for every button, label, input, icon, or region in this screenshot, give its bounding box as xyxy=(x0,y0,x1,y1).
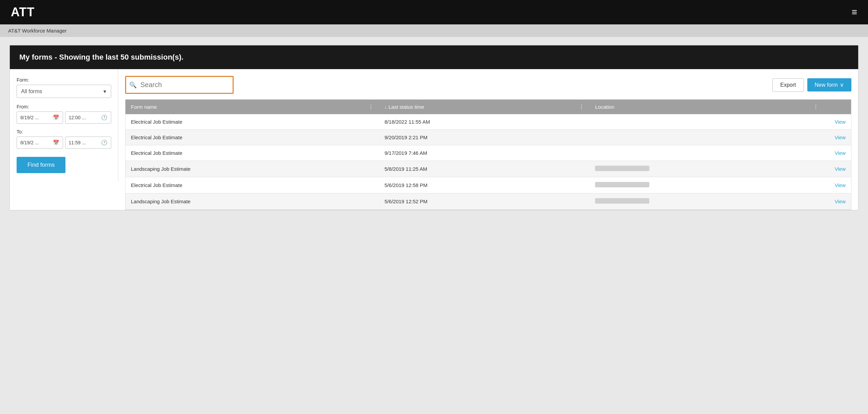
col-last-status[interactable]: ↓ Last status time ⋮ xyxy=(379,100,590,114)
last-status-cell: 5/8/2019 11:25 AM xyxy=(379,161,590,177)
from-label: From: xyxy=(17,104,111,109)
card-body: Form: All forms ▼ From: 8/19/2 ... 📅 12:… xyxy=(10,69,858,210)
search-box-wrapper: 🔍 xyxy=(125,76,234,94)
col-form-name[interactable]: Form name ⋮ xyxy=(125,100,379,114)
last-status-cell: 5/6/2019 12:58 PM xyxy=(379,177,590,193)
form-name-cell: Landscaping Job Estimate xyxy=(125,161,379,177)
calendar-icon-to[interactable]: 📅 xyxy=(53,140,59,146)
new-form-chevron-icon: ∨ xyxy=(840,82,844,88)
view-link[interactable]: View xyxy=(824,130,851,145)
location-cell xyxy=(590,177,824,193)
form-name-cell: Electrical Job Estimate xyxy=(125,130,379,145)
view-link[interactable]: View xyxy=(824,177,851,193)
location-cell xyxy=(590,130,824,145)
form-name-cell: Electrical Job Estimate xyxy=(125,114,379,130)
table-body: Electrical Job Estimate8/18/2022 11:55 A… xyxy=(125,114,851,210)
right-panel-top: 🔍 Export New form ∨ xyxy=(125,76,851,94)
right-panel: 🔍 Export New form ∨ xyxy=(118,69,858,210)
location-cell xyxy=(590,193,824,210)
to-time-text: 11:59 ... xyxy=(69,140,99,145)
view-link[interactable]: View xyxy=(824,193,851,210)
from-datetime-row: 8/19/2 ... 📅 12:00 ... 🕐 xyxy=(17,111,111,124)
view-link[interactable]: View xyxy=(824,114,851,130)
col-form-name-label: Form name xyxy=(131,104,157,110)
last-status-cell: 8/18/2022 11:55 AM xyxy=(379,114,590,130)
col-actions xyxy=(824,100,851,114)
col-location[interactable]: Location ⋮ xyxy=(590,100,824,114)
clock-icon[interactable]: 🕐 xyxy=(101,115,107,121)
table-header: Form name ⋮ ↓ Last status time ⋮ xyxy=(125,100,851,114)
table-row: Electrical Job Estimate9/20/2019 2:21 PM… xyxy=(125,130,851,145)
right-panel-actions: Export New form ∨ xyxy=(772,78,851,92)
location-placeholder xyxy=(595,198,649,204)
table-scroll-wrapper[interactable]: Form name ⋮ ↓ Last status time ⋮ xyxy=(125,99,851,210)
table-row: Electrical Job Estimate9/17/2019 7:46 AM… xyxy=(125,145,851,161)
to-label: To: xyxy=(17,129,111,134)
top-nav: ATT ≡ xyxy=(0,0,868,24)
last-status-cell: 5/6/2019 12:52 PM xyxy=(379,193,590,210)
col-location-menu[interactable]: ⋮ xyxy=(813,104,818,110)
breadcrumb-text: AT&T Workforce Manager xyxy=(8,28,67,34)
clock-icon-to[interactable]: 🕐 xyxy=(101,140,107,146)
view-link[interactable]: View xyxy=(824,145,851,161)
form-name-cell: Electrical Job Estimate xyxy=(125,145,379,161)
last-status-cell: 9/20/2019 2:21 PM xyxy=(379,130,590,145)
calendar-icon[interactable]: 📅 xyxy=(53,115,59,121)
to-time-field[interactable]: 11:59 ... 🕐 xyxy=(65,137,112,149)
menu-icon[interactable]: ≡ xyxy=(852,7,857,18)
table-row: Electrical Job Estimate8/18/2022 11:55 A… xyxy=(125,114,851,130)
main-card: My forms - Showing the last 50 submissio… xyxy=(9,45,859,210)
new-form-button[interactable]: New form ∨ xyxy=(807,78,851,91)
breadcrumb: AT&T Workforce Manager xyxy=(0,24,868,37)
col-last-status-menu[interactable]: ⋮ xyxy=(579,104,584,110)
table-header-row: Form name ⋮ ↓ Last status time ⋮ xyxy=(125,100,851,114)
form-name-cell: Landscaping Job Estimate xyxy=(125,193,379,210)
card-header: My forms - Showing the last 50 submissio… xyxy=(10,45,858,69)
from-time-text: 12:00 ... xyxy=(69,115,99,120)
location-cell xyxy=(590,114,824,130)
form-select[interactable]: All forms xyxy=(17,85,111,98)
to-datetime-row: 8/19/2 ... 📅 11:59 ... 🕐 xyxy=(17,137,111,149)
col-last-status-label: ↓ Last status time xyxy=(384,104,424,110)
app-logo: ATT xyxy=(11,5,35,19)
col-location-label: Location xyxy=(595,104,614,110)
new-form-label: New form xyxy=(815,82,838,88)
find-forms-button[interactable]: Find forms xyxy=(17,157,65,173)
form-label: Form: xyxy=(17,77,111,83)
from-date-text: 8/19/2 ... xyxy=(20,115,51,120)
from-date-field[interactable]: 8/19/2 ... 📅 xyxy=(17,111,63,124)
last-status-cell: 9/17/2019 7:46 AM xyxy=(379,145,590,161)
location-placeholder xyxy=(595,182,649,187)
view-link[interactable]: View xyxy=(824,161,851,177)
col-form-name-menu[interactable]: ⋮ xyxy=(368,104,374,110)
location-cell xyxy=(590,161,824,177)
location-cell xyxy=(590,145,824,161)
table-row: Electrical Job Estimate5/6/2019 12:58 PM… xyxy=(125,177,851,193)
form-name-cell: Electrical Job Estimate xyxy=(125,177,379,193)
table-row: Landscaping Job Estimate5/8/2019 11:25 A… xyxy=(125,161,851,177)
export-button[interactable]: Export xyxy=(772,78,804,92)
search-input[interactable] xyxy=(125,76,234,94)
location-placeholder xyxy=(595,166,649,171)
to-date-text: 8/19/2 ... xyxy=(20,140,51,145)
from-time-field[interactable]: 12:00 ... 🕐 xyxy=(65,111,112,124)
left-panel: Form: All forms ▼ From: 8/19/2 ... 📅 12:… xyxy=(10,69,118,181)
forms-table: Form name ⋮ ↓ Last status time ⋮ xyxy=(125,100,851,210)
to-date-field[interactable]: 8/19/2 ... 📅 xyxy=(17,137,63,149)
main-content: My forms - Showing the last 50 submissio… xyxy=(0,37,868,219)
card-title: My forms - Showing the last 50 submissio… xyxy=(19,53,183,61)
table-row: Landscaping Job Estimate5/6/2019 12:52 P… xyxy=(125,193,851,210)
form-select-wrapper: All forms ▼ xyxy=(17,85,111,98)
